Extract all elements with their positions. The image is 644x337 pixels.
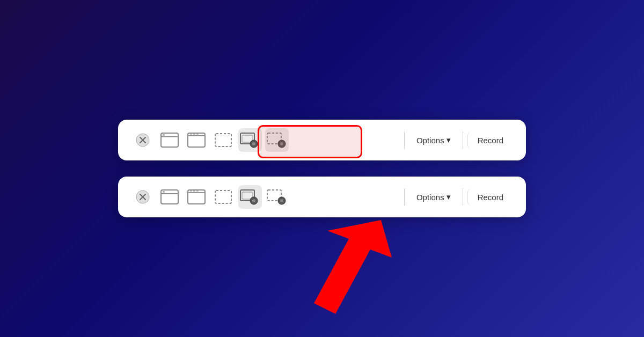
svg-rect-26 [188,192,205,193]
red-arrow [290,215,408,322]
top-toolbar-wrapper: Options ▾ Record [118,120,526,160]
toolbar-icons-top [131,128,400,152]
svg-point-15 [252,142,255,145]
screen-record-button[interactable] [238,128,262,152]
dashed-record-button[interactable] [265,128,289,152]
options-button-bottom[interactable]: Options ▾ [409,188,458,206]
svg-rect-25 [188,190,205,204]
close-icon-bottom [136,190,150,204]
svg-point-37 [280,199,283,202]
svg-rect-23 [161,193,178,194]
record-button-top[interactable]: Record [467,131,513,149]
dashed-record-icon [267,132,287,148]
dashed-record-button-bottom[interactable] [265,185,289,209]
simple-window-button-bottom[interactable] [158,185,181,209]
selection-button[interactable] [211,128,235,152]
svg-point-34 [252,199,255,202]
sep-bottom [404,188,405,206]
record-label-bottom: Record [478,193,503,202]
dashed-record-icon-bottom [267,189,287,205]
menubar-window-button-bottom[interactable] [185,185,208,209]
menubar-window-button[interactable] [185,128,208,152]
sep-bottom-2 [463,188,463,206]
menubar-window-icon-bottom [187,189,206,204]
record-label-top: Record [478,136,503,145]
svg-rect-4 [161,136,178,137]
svg-rect-30 [215,191,231,203]
screen-record-icon [240,132,260,148]
svg-rect-11 [215,134,231,146]
simple-window-button[interactable] [158,128,181,152]
record-button-bottom[interactable]: Record [467,188,513,206]
bottom-wrapper: Options ▾ Record [118,177,526,217]
toolbar-icons-bottom [131,185,400,209]
svg-point-18 [280,142,283,145]
options-label-top: Options [416,136,444,145]
close-button-bottom[interactable] [131,185,155,209]
selection-icon [214,133,232,148]
menubar-window-icon [187,133,206,148]
close-icon [136,133,150,147]
simple-window-icon [160,133,179,148]
svg-marker-38 [314,220,392,314]
close-button[interactable] [131,128,155,152]
sep-top [404,131,405,149]
screen-record-button-bottom[interactable] [238,185,262,209]
selection-icon-bottom [214,189,232,204]
selection-button-bottom[interactable] [211,185,235,209]
simple-window-icon-bottom [160,189,179,204]
svg-rect-7 [188,135,205,136]
svg-rect-6 [188,133,205,147]
chevron-down-icon-bottom: ▾ [447,192,451,202]
chevron-down-icon-top: ▾ [447,135,451,145]
options-label-bottom: Options [416,193,444,202]
options-button-top[interactable]: Options ▾ [409,131,458,149]
bottom-toolbar-wrapper: Options ▾ Record [118,177,526,217]
sep-top-2 [463,131,463,149]
svg-rect-5 [163,134,165,136]
screen-record-icon-bottom [240,189,260,205]
svg-rect-24 [163,191,165,193]
